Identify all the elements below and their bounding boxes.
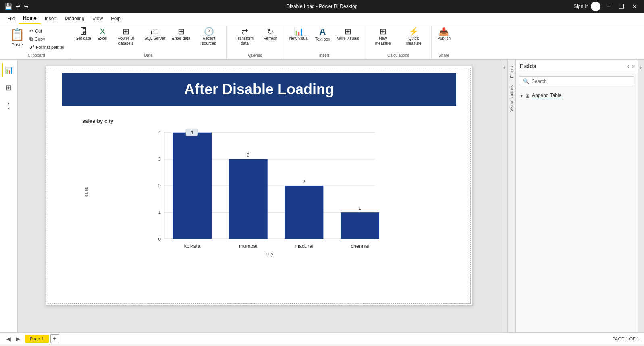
- canvas-area: After Disable Loading sales by city sale…: [18, 60, 501, 332]
- fields-list: ▾ ⊞ Append Table: [516, 89, 638, 103]
- publish-button[interactable]: 📤 Publish: [435, 26, 453, 43]
- visualizations-tab[interactable]: Visualizations: [508, 81, 515, 115]
- format-painter-button[interactable]: 🖌 Format painter: [28, 44, 66, 51]
- sql-server-icon: 🗃: [151, 27, 159, 35]
- recent-sources-button[interactable]: 🕐 Recent sources: [194, 26, 223, 48]
- page-prev-button[interactable]: ◀: [5, 335, 12, 343]
- y-axis-label: sales: [82, 127, 90, 256]
- quick-measure-icon: ⚡: [409, 27, 419, 35]
- fields-panel: Fields ‹ › 🔍 ▾ ⊞ Append Table: [516, 60, 638, 332]
- cut-button[interactable]: ✂ Cut: [28, 27, 66, 35]
- power-bi-datasets-button[interactable]: ⊞ Power BI datasets: [111, 26, 140, 48]
- ribbon-clipboard-group: 📋 Paste ✂ Cut ⧉ Copy 🖌 Format painter: [3, 26, 70, 59]
- minimize-button[interactable]: −: [604, 2, 613, 11]
- calculations-label: Calculations: [368, 52, 428, 59]
- bar-madurai[interactable]: [285, 186, 323, 239]
- get-data-button[interactable]: 🗄 Get data: [73, 26, 93, 43]
- menu-file[interactable]: File: [3, 13, 19, 24]
- ribbon-insert-group: 📊 New visual A Text box ⊞ More visuals I…: [283, 26, 365, 59]
- label-mumbai: mumbai: [239, 243, 258, 249]
- sign-in-area[interactable]: Sign in: [573, 2, 600, 11]
- new-measure-button[interactable]: ⊞ New measure: [368, 26, 397, 48]
- bar-chennai[interactable]: [341, 212, 379, 239]
- share-label: Share: [435, 52, 453, 59]
- paste-icon: 📋: [10, 27, 25, 41]
- ribbon-share-group: 📤 Publish Share: [432, 26, 456, 59]
- ribbon: 📋 Paste ✂ Cut ⧉ Copy 🖌 Format painter: [0, 24, 644, 60]
- undo-icon[interactable]: ↩: [16, 3, 21, 10]
- collapse-right-icon[interactable]: ›: [640, 64, 642, 70]
- copy-button[interactable]: ⧉ Copy: [28, 35, 66, 43]
- quick-measure-button[interactable]: ⚡ Quick measure: [399, 26, 428, 48]
- page-next-button[interactable]: ▶: [14, 335, 22, 343]
- ribbon-data-group: 🗄 Get data X Excel ⊞ Power BI datasets 🗃…: [70, 26, 227, 59]
- field-expand-icon: ▾: [521, 94, 523, 98]
- paste-button[interactable]: 📋 Paste: [6, 26, 28, 49]
- svg-text:2: 2: [303, 179, 305, 184]
- field-item-append-table[interactable]: ▾ ⊞ Append Table: [519, 91, 634, 101]
- svg-text:3: 3: [247, 152, 249, 157]
- menu-insert[interactable]: Insert: [41, 13, 61, 24]
- more-visuals-button[interactable]: ⊞ More visuals: [334, 26, 361, 43]
- bar-chart-svg: 0 1 2 3 4: [90, 127, 436, 256]
- collapse-left-icon[interactable]: ‹: [503, 64, 505, 70]
- svg-text:1: 1: [158, 209, 161, 215]
- menu-help[interactable]: Help: [107, 13, 125, 24]
- text-box-button[interactable]: A Text box: [313, 26, 332, 44]
- refresh-icon: ↻: [267, 27, 274, 35]
- enter-data-icon: ⊞: [178, 27, 185, 35]
- left-sidebar: 📊 ⊞ ⋮: [0, 60, 18, 332]
- power-bi-datasets-icon: ⊞: [123, 27, 129, 35]
- menu-bar: File Home Insert Modeling View Help: [0, 13, 644, 24]
- save-icon[interactable]: 💾: [5, 3, 12, 10]
- add-page-button[interactable]: +: [50, 334, 59, 343]
- new-measure-icon: ⊞: [380, 27, 386, 35]
- label-madurai: madurai: [295, 243, 313, 249]
- fields-back-icon[interactable]: ‹: [627, 63, 629, 69]
- svg-text:1: 1: [359, 205, 361, 211]
- insert-label: Insert: [287, 52, 361, 59]
- svg-text:4: 4: [158, 130, 161, 135]
- text-box-icon: A: [319, 27, 326, 36]
- chart-container[interactable]: sales by city sales 0: [78, 114, 440, 260]
- recent-sources-icon: 🕐: [204, 27, 214, 35]
- svg-text:4: 4: [191, 129, 193, 135]
- transform-data-button[interactable]: ⇄ Transform data: [230, 26, 259, 48]
- transform-icon: ⇄: [241, 27, 248, 35]
- menu-modeling[interactable]: Modeling: [61, 13, 89, 24]
- close-button[interactable]: ✕: [629, 2, 639, 11]
- title-bar: 💾 ↩ ↪ Disable Load - Power BI Desktop Si…: [0, 0, 644, 13]
- ribbon-calculations-group: ⊞ New measure ⚡ Quick measure Calculatio…: [365, 26, 432, 59]
- restore-button[interactable]: ❐: [617, 2, 626, 11]
- search-box: 🔍: [519, 76, 634, 86]
- search-input[interactable]: [532, 79, 631, 84]
- menu-view[interactable]: View: [88, 13, 107, 24]
- report-view-icon[interactable]: 📊: [2, 63, 16, 77]
- new-visual-button[interactable]: 📊 New visual: [287, 26, 311, 43]
- page-nav: ◀ ▶: [5, 335, 22, 343]
- copy-icon: ⧉: [29, 36, 33, 42]
- page-tab-1[interactable]: Page 1: [25, 335, 49, 343]
- canvas-page: After Disable Loading sales by city sale…: [46, 66, 473, 306]
- menu-home[interactable]: Home: [19, 13, 40, 24]
- bar-kolkata[interactable]: [173, 133, 212, 239]
- data-view-icon[interactable]: ⊞: [2, 81, 16, 95]
- title-banner[interactable]: After Disable Loading: [62, 73, 456, 106]
- bar-mumbai[interactable]: [229, 159, 268, 239]
- sql-server-button[interactable]: 🗃 SQL Server: [142, 26, 168, 43]
- refresh-button[interactable]: ↻ Refresh: [261, 26, 280, 43]
- excel-icon: X: [100, 27, 105, 35]
- enter-data-button[interactable]: ⊞ Enter data: [169, 26, 193, 43]
- excel-button[interactable]: X Excel: [95, 26, 110, 43]
- get-data-icon: 🗄: [79, 27, 87, 35]
- svg-text:0: 0: [158, 236, 161, 242]
- chart-title: sales by city: [82, 118, 436, 124]
- data-label: Data: [73, 52, 224, 59]
- field-name-append-table: Append Table: [532, 93, 561, 99]
- clipboard-label: Clipboard: [6, 52, 66, 59]
- queries-label: Queries: [230, 52, 280, 59]
- filters-tab[interactable]: Filters: [508, 63, 515, 81]
- redo-icon[interactable]: ↪: [24, 3, 29, 10]
- fields-forward-icon[interactable]: ›: [632, 63, 634, 69]
- model-view-icon[interactable]: ⋮: [2, 98, 16, 113]
